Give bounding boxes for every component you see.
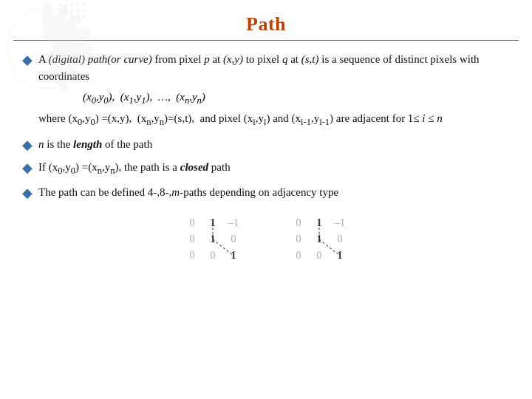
bullet-icon-2: ◆: [22, 137, 33, 153]
coordinates-line: (x0,y0), (x1,y1), …, (xn,yn): [38, 89, 510, 108]
svg-rect-16: [77, 10, 79, 12]
svg-rect-18: [71, 16, 73, 18]
bullet-2: ◆ n is the length of the path: [22, 136, 510, 153]
svg-rect-13: [83, 4, 85, 6]
bullet-icon-4: ◆: [22, 185, 33, 201]
matrix-left: 0 1 –1 0 1 0 0 0 1: [182, 215, 244, 264]
matrix-right: 0 1 –1 0 1 0 0 0 1: [288, 215, 350, 264]
svg-rect-14: [65, 10, 67, 12]
where-line: where (x0,y0) =(x,y), (xn,yn)=(s,t), and…: [38, 110, 510, 129]
svg-rect-11: [71, 4, 73, 6]
svg-rect-12: [77, 4, 79, 6]
matrices-section: 0 1 –1 0 1 0 0 0 1 0 1 –1 0 1: [0, 215, 532, 264]
bullet-icon-3: ◆: [22, 160, 33, 176]
svg-rect-19: [77, 16, 79, 18]
svg-rect-17: [83, 10, 85, 12]
bullet-4: ◆ The path can be defined 4-,8-,m-paths …: [22, 184, 510, 201]
svg-rect-10: [65, 4, 67, 6]
svg-rect-15: [71, 10, 73, 12]
bullet-1-text: A (digital) path(or curve) from pixel p …: [38, 51, 510, 130]
corner-decoration: [0, 0, 96, 96]
svg-rect-20: [83, 16, 85, 18]
svg-rect-9: [59, 4, 61, 6]
bullet-3: ◆ If (x0,y0) =(xn,yn), the path is a clo…: [22, 159, 510, 178]
